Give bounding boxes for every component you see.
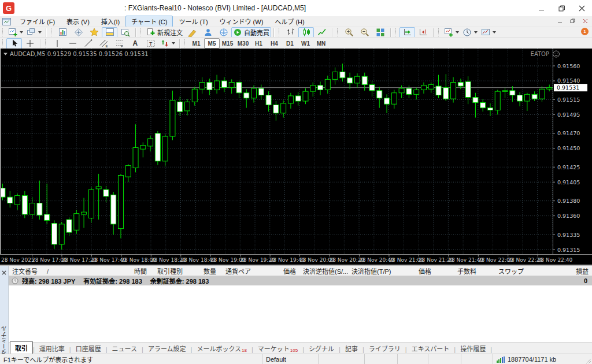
column-header-2[interactable]: 取引種別: [150, 266, 186, 276]
candle: [207, 83, 212, 90]
tab-4[interactable]: アラーム設定: [143, 343, 191, 355]
zoom-out-button[interactable]: [357, 27, 372, 38]
community-button[interactable]: [200, 27, 216, 38]
zoom-in-button[interactable]: [341, 27, 357, 38]
tab-2[interactable]: 口座履歴: [71, 343, 106, 355]
restore-button[interactable]: [552, 0, 572, 16]
resize-grip[interactable]: [586, 358, 591, 364]
timeframe-h4[interactable]: H4: [267, 38, 282, 49]
mdi-restore-button[interactable]: [568, 17, 577, 25]
bar-chart-button[interactable]: [283, 27, 298, 38]
close-button[interactable]: [572, 0, 592, 16]
menu-item-4[interactable]: ツール (T): [173, 16, 213, 27]
timeframe-w1[interactable]: W1: [298, 38, 313, 49]
indicators-button[interactable]: [442, 27, 461, 38]
toolbar-grip: [395, 28, 398, 36]
tab-0[interactable]: 取引: [10, 341, 33, 355]
tab-8[interactable]: 記事: [341, 343, 362, 355]
menu-item-6[interactable]: ヘルプ (H): [269, 16, 310, 27]
new-chart-button[interactable]: [6, 27, 25, 38]
chart-area[interactable]: 0.915600.915400.915150.914950.914700.914…: [0, 49, 592, 265]
candle: [399, 88, 404, 93]
navigator-button[interactable]: [86, 27, 102, 38]
line-chart-button[interactable]: [314, 27, 330, 38]
terminal-close-icon[interactable]: [2, 266, 6, 277]
tile-windows-button[interactable]: [372, 27, 388, 38]
column-header-0[interactable]: 注文番号/: [9, 266, 119, 276]
timeframe-d1[interactable]: D1: [282, 38, 298, 49]
tab-label: ライブラリ: [369, 344, 401, 353]
tab-6[interactable]: マーケット105: [253, 343, 302, 355]
profiles-button[interactable]: [25, 27, 43, 38]
horizontal-line-tool[interactable]: [65, 38, 80, 49]
candle: [354, 76, 360, 83]
chart-ohlc-header: AUDCAD,M5 0.91529 0.91535 0.91526 0.9153…: [10, 51, 149, 57]
chart-shift-button[interactable]: [415, 27, 431, 38]
new-order-button[interactable]: 新規注文: [145, 27, 184, 38]
autotrading-button[interactable]: 自動売買: [231, 27, 271, 38]
timeframe-m5[interactable]: M5: [204, 38, 220, 49]
text-tool[interactable]: A: [127, 38, 143, 49]
menu-item-5[interactable]: ウィンドウ (W): [214, 16, 269, 27]
tab-10[interactable]: エキスパート: [407, 343, 454, 355]
equidistant-channel-tool[interactable]: E: [96, 38, 112, 49]
column-header-11[interactable]: 損益: [527, 266, 592, 276]
price-axis-label: 0.91380: [557, 198, 580, 204]
tab-11[interactable]: 操作履歴: [456, 343, 490, 355]
column-header-8[interactable]: 価格: [404, 266, 435, 276]
tab-7[interactable]: シグナル: [304, 343, 339, 355]
chart-window-icon[interactable]: [2, 17, 12, 25]
candle: [414, 90, 419, 95]
column-header-7[interactable]: 決済指値(T/P): [348, 266, 404, 276]
mdi-close-button[interactable]: [580, 17, 590, 25]
column-header-10[interactable]: スワップ: [480, 266, 527, 276]
minimize-button[interactable]: [531, 0, 552, 16]
tab-label: 取引: [15, 343, 28, 352]
column-header-5[interactable]: 価格: [254, 266, 299, 276]
timeframe-m1[interactable]: M1: [188, 38, 204, 49]
crosshair-tool[interactable]: [22, 38, 38, 49]
tab-3[interactable]: ニュース: [108, 343, 142, 355]
metaeditor-button[interactable]: [184, 27, 200, 38]
periods-button[interactable]: [461, 27, 479, 38]
column-header-1[interactable]: 時間: [119, 266, 150, 276]
notification-badge[interactable]: 1: [581, 28, 589, 35]
strategy-tester-button[interactable]: [117, 27, 133, 38]
timeframe-m15[interactable]: M15: [220, 38, 235, 49]
terminal-button[interactable]: [102, 27, 117, 38]
text-label-tool[interactable]: T: [143, 38, 158, 49]
column-header-3[interactable]: 数量: [186, 266, 220, 276]
candle: [125, 166, 131, 177]
menu-item-1[interactable]: 表示 (V): [61, 16, 95, 27]
column-header-9[interactable]: 手数料: [435, 266, 480, 276]
tab-5[interactable]: メールボックス18: [192, 343, 251, 355]
cursor-tool[interactable]: [6, 38, 22, 49]
trendline-tool[interactable]: [80, 38, 96, 49]
timeframe-h1[interactable]: H1: [251, 38, 267, 49]
fibonacci-tool[interactable]: F: [112, 38, 127, 49]
templates-button[interactable]: [479, 27, 498, 38]
candle: [347, 78, 353, 83]
menu-item-3[interactable]: チャート (C): [125, 16, 173, 27]
data-window-button[interactable]: [71, 27, 86, 38]
candlestick-chart-button[interactable]: [298, 27, 314, 38]
vertical-line-tool[interactable]: [49, 38, 65, 49]
candle: [502, 91, 508, 92]
status-profile[interactable]: Default: [262, 354, 318, 364]
arrows-tool[interactable]: [158, 38, 177, 49]
timeframe-mn[interactable]: MN: [313, 38, 329, 49]
market-watch-button[interactable]: [55, 27, 71, 38]
news-button[interactable]: [216, 27, 231, 38]
data-window-icon: [74, 28, 83, 37]
mdi-minimize-button[interactable]: [555, 17, 564, 25]
auto-scroll-button[interactable]: [399, 27, 415, 38]
column-header-6[interactable]: 決済逆指値(S/...: [299, 266, 348, 276]
svg-text:A: A: [132, 39, 138, 47]
menu-item-0[interactable]: ファイル (F): [14, 16, 61, 27]
timeframe-m30[interactable]: M30: [235, 38, 251, 49]
column-header-4[interactable]: 通貨ペア: [220, 266, 254, 276]
menu-item-2[interactable]: 挿入(I): [95, 16, 125, 27]
candle: [318, 86, 323, 90]
tab-9[interactable]: ライブラリ: [364, 343, 405, 355]
tab-1[interactable]: 運用比率: [35, 343, 69, 355]
